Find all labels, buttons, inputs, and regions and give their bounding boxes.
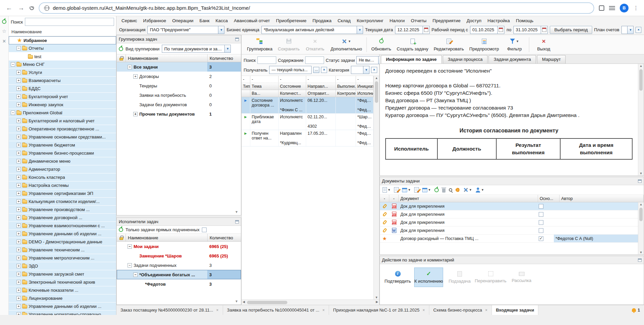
column-header-count[interactable]: Количество bbox=[207, 54, 241, 62]
menu-item[interactable]: Операции bbox=[169, 17, 196, 24]
sidebar-tree-item[interactable]: test bbox=[9, 52, 116, 60]
toolbar-button[interactable]: ▼ Фильтр bbox=[502, 36, 527, 53]
expand-toggle-icon[interactable]: + bbox=[133, 112, 138, 116]
document-row[interactable]: Док для прикрепления bbox=[380, 210, 638, 218]
favorites-icon[interactable] bbox=[2, 29, 7, 34]
search-input[interactable] bbox=[25, 18, 114, 26]
expand-toggle-icon[interactable]: + bbox=[16, 296, 21, 300]
doc-toolbar-button[interactable]: ▼ bbox=[422, 188, 431, 192]
main-document-checkbox[interactable] bbox=[539, 212, 543, 217]
doc-toolbar-button[interactable] bbox=[442, 188, 445, 193]
document-tab[interactable]: Заявка на потребность №100000045041 от .… bbox=[223, 305, 329, 315]
sidebar-tree-item[interactable]: + Взаиморасчеты bbox=[9, 77, 116, 85]
expand-toggle-icon[interactable]: − bbox=[133, 273, 138, 277]
detail-tab[interactable]: Информация по задаче bbox=[381, 55, 442, 64]
media-controls-icon[interactable] bbox=[609, 6, 615, 10]
task-list-scrollbar[interactable]: ▲▼ bbox=[373, 76, 379, 299]
detail-tab[interactable]: Задачи документа bbox=[489, 55, 536, 64]
executor-row[interactable]: − Задачи подчиненных 3 bbox=[117, 260, 241, 270]
toolbar-button[interactable]: Откатить bbox=[302, 36, 328, 53]
column-header[interactable] bbox=[242, 90, 250, 97]
menu-item[interactable]: Касса bbox=[213, 17, 231, 24]
sidebar-tree-item[interactable]: + Администратор bbox=[9, 165, 116, 173]
close-panel-icon[interactable] bbox=[2, 39, 7, 44]
chevron-down-icon[interactable]: ▼ bbox=[224, 45, 230, 52]
task-row[interactable]: Состояние договора ... Исполняетс*Фокин … bbox=[242, 97, 373, 114]
expand-toggle-icon[interactable]: + bbox=[16, 304, 21, 309]
sidebar-tree-item[interactable]: + DEMO - Демонстрационные данные bbox=[9, 238, 116, 246]
expand-toggle-icon[interactable]: + bbox=[16, 151, 21, 155]
sidebar-tree-item[interactable]: + Консоль кластера bbox=[9, 173, 116, 181]
expand-toggle-icon[interactable] bbox=[133, 93, 138, 97]
detach-panel-icon[interactable] bbox=[235, 220, 239, 224]
column-header[interactable]: Исполнит... bbox=[356, 90, 373, 97]
grouping-row[interactable]: − Все задачи 3 bbox=[117, 62, 241, 72]
dropdown-arrow-icon[interactable]: ▼ bbox=[348, 40, 351, 43]
business-unit-select[interactable]: *Визуализация активных действий ▼ bbox=[261, 26, 363, 34]
sidebar-tree-item[interactable]: + Управление метрологическим ... bbox=[9, 254, 116, 262]
column-header-name[interactable]: Наименование bbox=[126, 54, 207, 62]
sidebar-tree-item[interactable]: Избранное bbox=[9, 36, 116, 44]
detail-tab[interactable]: Маршрут bbox=[537, 55, 566, 64]
executor-row[interactable]: − *Объединение богатых ... 3 bbox=[117, 270, 241, 279]
sidebar-tree-item[interactable]: + Управление договорной ... bbox=[9, 214, 116, 222]
sidebar-tree-item[interactable]: + Управление бизнес-процессами bbox=[9, 149, 116, 157]
expand-toggle-icon[interactable]: + bbox=[16, 240, 21, 244]
detach-panel-icon[interactable] bbox=[235, 38, 239, 41]
expand-toggle-icon[interactable]: + bbox=[16, 78, 21, 83]
doc-toolbar-button[interactable] bbox=[449, 188, 452, 192]
expand-toggle-icon[interactable] bbox=[22, 54, 27, 59]
expand-toggle-icon[interactable]: + bbox=[16, 143, 21, 147]
category-select[interactable]: ▼ bbox=[351, 66, 369, 74]
task-search-input[interactable] bbox=[257, 56, 276, 64]
action-button[interactable]: Перенаправить bbox=[476, 268, 505, 287]
sidebar-tree-item[interactable]: − Отчеты bbox=[9, 44, 116, 52]
expand-toggle-icon[interactable]: + bbox=[16, 94, 21, 99]
task-row[interactable]: Получен ответ на... Направлен*Кудрявц...… bbox=[242, 130, 373, 147]
expand-toggle-icon[interactable]: + bbox=[16, 167, 21, 171]
document-row[interactable]: Док для прикрепления bbox=[380, 218, 638, 227]
doc-toolbar-button[interactable] bbox=[394, 187, 399, 193]
grouping-row[interactable]: + Прочие типы документов 1 bbox=[117, 109, 241, 119]
column-header[interactable]: Контролер bbox=[336, 90, 356, 97]
document-tab[interactable]: Входящие задачи bbox=[492, 305, 539, 315]
expand-toggle-icon[interactable] bbox=[11, 38, 15, 43]
expand-toggle-icon[interactable]: + bbox=[16, 280, 21, 284]
menu-item[interactable]: Склад bbox=[334, 17, 354, 24]
period-to-field[interactable]: 31.10.2025 bbox=[513, 26, 548, 34]
toolbar-button[interactable]: Создать задачу bbox=[394, 36, 431, 53]
close-tab-icon[interactable]: × bbox=[216, 308, 219, 313]
expand-toggle-icon[interactable]: + bbox=[16, 288, 21, 292]
toolbar-button[interactable]: Редактировать bbox=[431, 36, 467, 53]
column-header[interactable]: Тема bbox=[250, 83, 279, 90]
doc-toolbar-button[interactable] bbox=[456, 188, 460, 192]
column-header-name[interactable]: Наименование bbox=[126, 234, 207, 241]
action-button[interactable]: Подтвердить bbox=[383, 268, 412, 287]
column-header[interactable]: Отправит... bbox=[306, 90, 336, 97]
column-header[interactable]: Состояние bbox=[279, 83, 306, 90]
close-tab-icon[interactable]: × bbox=[423, 308, 425, 313]
column-header[interactable]: Тип bbox=[242, 83, 250, 90]
clear-icon[interactable]: × bbox=[636, 27, 641, 33]
toolbar-button[interactable]: Предпросмотр bbox=[467, 36, 502, 53]
dropdown-arrow-icon[interactable]: ▼ bbox=[408, 188, 411, 192]
address-bar[interactable]: demo.global-system.ru/Act_MainMenu/gtk-r… bbox=[39, 2, 594, 14]
document-tab[interactable]: Схема бизнес-процесса × bbox=[429, 305, 492, 315]
sidebar-tree-item[interactable]: + Бухгалтерский учет bbox=[9, 93, 116, 101]
sidebar-tree-item[interactable]: + Услуги bbox=[9, 69, 116, 77]
dropdown-arrow-icon[interactable]: ▼ bbox=[388, 188, 391, 192]
url-text[interactable]: demo.global-system.ru/Act_MainMenu/gtk-r… bbox=[53, 5, 250, 11]
current-date-field[interactable]: 12.12.2025 bbox=[395, 26, 430, 34]
menu-item[interactable]: Отчеты bbox=[408, 17, 430, 24]
toolbar-button[interactable]: Группировка bbox=[244, 36, 275, 53]
sidebar-tree-item[interactable]: + Оперативное производственное ... bbox=[9, 125, 116, 133]
sidebar-tree-item[interactable]: + ЭДО bbox=[9, 262, 116, 270]
recipient-field[interactable]: --- текущий польз... bbox=[269, 66, 312, 74]
action-button[interactable]: Подзадача bbox=[445, 268, 474, 287]
expand-toggle-icon[interactable]: + bbox=[16, 232, 21, 236]
sidebar-tree-item[interactable]: + Управление нормативно-справочно... bbox=[9, 311, 116, 315]
executor-row[interactable]: Замещение *Шаров 6965 (25) bbox=[117, 251, 241, 260]
sidebar-tree-item[interactable]: − Приложения Global bbox=[9, 109, 116, 117]
expand-toggle-icon[interactable]: + bbox=[16, 183, 21, 188]
task-content-input[interactable] bbox=[305, 56, 324, 64]
